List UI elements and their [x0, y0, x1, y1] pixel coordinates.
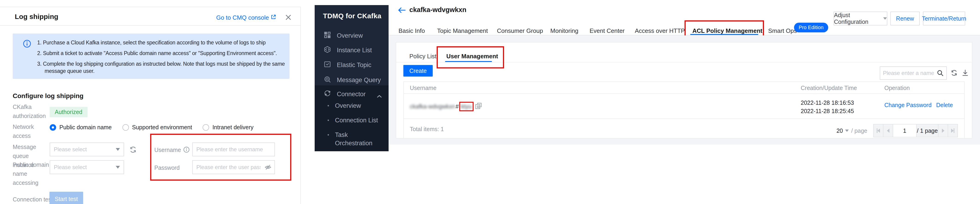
- renew-button[interactable]: Renew: [890, 11, 920, 26]
- bullet-dot-icon: [328, 120, 329, 121]
- instance-title: ckafka-wdvgwkxn: [409, 6, 466, 14]
- radio-intranet-delivery[interactable]: Intranet delivery: [203, 124, 253, 131]
- triangle-right-icon: [951, 129, 954, 133]
- sidebar-subitem-connection-list[interactable]: Connection List: [315, 116, 388, 124]
- last-page-button[interactable]: [948, 124, 957, 137]
- pagination: 20 / page 1 / 1 page: [837, 124, 958, 137]
- info-steps: 1. Purchase a Cloud Kafka instance, sele…: [37, 39, 286, 78]
- configure-section-title: Configure log shipping: [13, 92, 83, 100]
- search-input[interactable]: [880, 67, 937, 79]
- sidebar-subitem-overview[interactable]: Overview: [315, 102, 388, 110]
- tab-smart-ops[interactable]: Smart Ops: [768, 27, 797, 35]
- radio-public-domain-name[interactable]: Public domain name: [50, 124, 112, 131]
- info-icon: [23, 40, 31, 49]
- network-access-label: Network access: [13, 122, 52, 140]
- radio-label: Public domain name: [59, 124, 112, 131]
- terminate-return-button[interactable]: Terminate/Return: [923, 11, 965, 26]
- chevron-down-icon: [883, 18, 887, 20]
- bullet-dot-icon: [328, 134, 329, 135]
- table-footer: Total items: 1 20 / page 1: [404, 119, 964, 138]
- page-size-value: 20: [837, 128, 843, 134]
- username-cell: ckafka-wdvgwkxn # ktyu: [410, 102, 482, 111]
- go-to-cmq-console-label: Go to CMQ console: [216, 14, 269, 21]
- search-icon[interactable]: [937, 69, 946, 77]
- close-icon[interactable]: [285, 14, 292, 21]
- radio-supported-environment[interactable]: Supported environment: [123, 124, 192, 131]
- search-box: [880, 66, 947, 80]
- grid-icon: [324, 32, 331, 40]
- current-page-input[interactable]: 1: [893, 124, 917, 137]
- sidebar: TDMQ for CKafka Overview Instance List: [315, 5, 388, 151]
- sidebar-item-elastic-topic[interactable]: Elastic Topic: [315, 59, 388, 70]
- terminate-return-label: Terminate/Return: [922, 15, 966, 22]
- sidebar-subitem-task-orchestration[interactable]: Task Orchestration: [315, 131, 384, 147]
- download-icon[interactable]: [961, 69, 969, 78]
- tab-monitoring[interactable]: Monitoring: [550, 27, 578, 35]
- refresh-icon[interactable]: [950, 69, 958, 78]
- tab-consumer-group[interactable]: Consumer Group: [497, 27, 543, 35]
- first-page-button[interactable]: [874, 124, 883, 137]
- update-time: 2022-11-28 18:25:45: [801, 107, 854, 115]
- tab-event-center[interactable]: Event Center: [590, 27, 625, 35]
- search-at-icon: [324, 76, 331, 84]
- column-header-username: Username: [410, 84, 436, 91]
- refresh-icon[interactable]: [129, 145, 137, 155]
- adjust-configuration-button[interactable]: Adjust Configuration: [834, 11, 887, 26]
- public-domain-select[interactable]: Please select: [50, 160, 124, 174]
- radio-label: Supported environment: [132, 124, 192, 131]
- radio-unselected-icon: [203, 124, 209, 131]
- acl-card: Policy List User Management Create: [396, 42, 972, 139]
- back-arrow-icon[interactable]: [398, 6, 406, 15]
- screenshot-root: Log shipping Go to CMQ console: [0, 0, 980, 204]
- log-shipping-dialog: Log shipping Go to CMQ console: [0, 7, 301, 204]
- radio-selected-icon: [50, 124, 56, 131]
- sidebar-item-overview[interactable]: Overview: [315, 30, 388, 41]
- tab-access-over-http[interactable]: Access over HTTP: [635, 27, 685, 35]
- inner-tab-policy-list[interactable]: Policy List: [409, 53, 436, 60]
- go-to-cmq-console-link[interactable]: Go to CMQ console: [216, 14, 276, 21]
- page-count-label: / 1 page: [917, 124, 939, 137]
- annotation-red-box-user-management: [437, 46, 504, 69]
- operation-cell: Change Password Delete: [885, 102, 953, 108]
- info-step-2: 2. Submit a ticket to activate "Access P…: [37, 50, 286, 57]
- triangle-right-icon: [942, 129, 944, 133]
- start-test-button[interactable]: Start test: [49, 192, 83, 204]
- creation-update-time-cell: 2022-11-28 18:16:53 2022-11-28 18:25:45: [801, 99, 854, 115]
- total-items-label: Total items: 1: [410, 126, 444, 132]
- chevron-down-icon: [116, 148, 120, 151]
- sidebar-subitem-label: Overview: [335, 102, 361, 110]
- info-step-3: 3. Complete the log shipping configurati…: [37, 61, 286, 75]
- adjust-configuration-label: Adjust Configuration: [834, 12, 880, 25]
- username-masked-suffix: ktyu: [461, 103, 472, 110]
- sidebar-item-label: Connector: [337, 91, 366, 98]
- pro-edition-badge: Pro Edition: [794, 23, 828, 32]
- network-access-radio-group: Public domain name Supported environment…: [50, 124, 253, 131]
- sidebar-item-label: Instance List: [337, 47, 372, 54]
- sidebar-item-message-query[interactable]: Message Query: [315, 75, 388, 86]
- create-button[interactable]: Create: [403, 65, 433, 76]
- page-size-selector[interactable]: 20 / page: [837, 128, 867, 134]
- radio-label: Intranet delivery: [212, 124, 253, 131]
- mq-instance-select[interactable]: Please select: [50, 142, 124, 156]
- user-table: Username Creation/Update Time Operation …: [403, 81, 965, 138]
- tab-basic-info[interactable]: Basic Info: [399, 27, 425, 35]
- mq-instance-placeholder: Please select: [54, 146, 87, 153]
- creation-time: 2022-11-28 18:16:53: [801, 99, 854, 107]
- next-page-button[interactable]: [939, 124, 948, 137]
- triangle-left-icon: [877, 129, 880, 133]
- external-link-icon: [271, 14, 276, 21]
- sidebar-subitem-label: Connection List: [335, 116, 378, 124]
- copy-icon[interactable]: [475, 102, 482, 111]
- sidebar-item-connector[interactable]: Connector: [315, 89, 388, 100]
- sidebar-item-instance-list[interactable]: Instance List: [315, 45, 388, 56]
- radio-unselected-icon: [123, 124, 129, 131]
- delete-link[interactable]: Delete: [936, 102, 953, 108]
- sidebar-item-label: Message Query: [337, 76, 381, 84]
- chevron-down-icon: [116, 166, 120, 169]
- bar-icon: [954, 128, 955, 133]
- prev-page-button[interactable]: [883, 124, 893, 137]
- tab-topic-management[interactable]: Topic Management: [437, 27, 488, 35]
- bullet-dot-icon: [328, 105, 329, 107]
- dialog-title: Log shipping: [15, 13, 58, 21]
- change-password-link[interactable]: Change Password: [885, 102, 931, 108]
